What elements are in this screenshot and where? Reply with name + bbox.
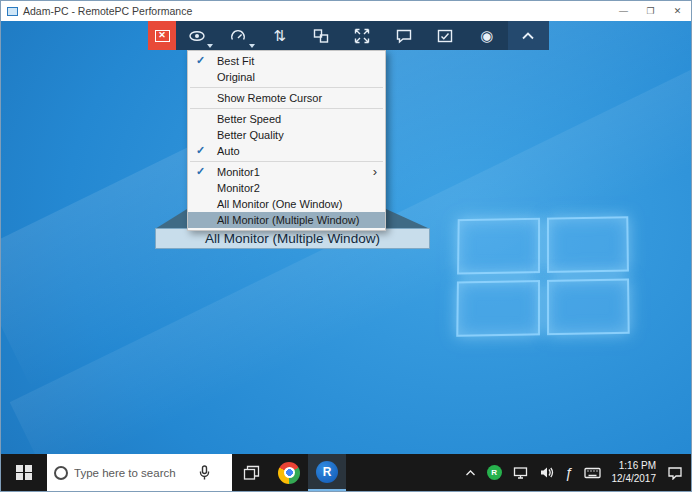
view-options-button[interactable] <box>176 21 217 50</box>
menu-item-label: Show Remote Cursor <box>217 92 322 104</box>
windows-logo-pane <box>547 278 630 335</box>
windows-start-icon <box>16 465 32 481</box>
chevron-up-icon <box>465 469 476 477</box>
clock-date: 12/4/2017 <box>612 473 657 486</box>
network-tray-button[interactable] <box>513 466 528 479</box>
remote-session-window: Adam-PC - RemotePC Performance — ❐ ✕ ✕ <box>0 0 692 492</box>
search-input[interactable] <box>74 467 192 479</box>
action-center-icon <box>667 466 683 480</box>
menu-item-label: Monitor1 <box>217 166 260 178</box>
file-transfer-button[interactable] <box>300 21 341 50</box>
task-view-button[interactable] <box>232 454 270 491</box>
menu-item-label: All Monitor (Multiple Window) <box>217 214 359 226</box>
titlebar: Adam-PC - RemotePC Performance — ❐ ✕ <box>1 1 691 21</box>
taskbar: R R <box>1 454 691 491</box>
app-icon <box>7 7 18 16</box>
file-transfer-icon <box>312 27 330 45</box>
check-icon: ✓ <box>196 54 205 67</box>
remote-toolbar: ✕ ⇅ <box>148 21 549 50</box>
network-icon <box>513 466 528 479</box>
windows-logo-pane <box>456 280 539 337</box>
submenu-arrow-icon: › <box>373 164 377 180</box>
microphone-icon[interactable] <box>198 465 211 480</box>
menu-item-monitor2[interactable]: Monitor2 <box>188 180 385 196</box>
menu-item-best-fit[interactable]: ✓ Best Fit <box>188 53 385 69</box>
close-button[interactable]: ✕ <box>664 1 691 21</box>
remotepc-tray-icon: R <box>487 465 502 480</box>
clock-time: 1:16 PM <box>612 460 657 473</box>
menu-item-auto[interactable]: ✓ Auto <box>188 143 385 159</box>
menu-item-original[interactable]: Original <box>188 69 385 85</box>
remotepc-tray-button[interactable]: R <box>487 465 502 480</box>
taskbar-clock[interactable]: 1:16 PM 12/4/2017 <box>612 460 657 485</box>
record-icon: ◉ <box>480 28 493 43</box>
disconnect-button[interactable]: ✕ <box>148 21 176 50</box>
menu-separator <box>190 108 383 109</box>
menu-item-label: Better Speed <box>217 113 281 125</box>
volume-tray-button[interactable] <box>539 466 554 479</box>
fullscreen-expand-icon <box>353 27 371 45</box>
menu-item-label: Better Quality <box>217 129 284 141</box>
task-view-icon <box>243 465 260 481</box>
maximize-button[interactable]: ❐ <box>637 1 664 21</box>
remote-desktop: ✕ ⇅ <box>1 21 691 491</box>
menu-item-show-remote-cursor[interactable]: Show Remote Cursor <box>188 90 385 106</box>
menu-item-monitor1[interactable]: ✓ Monitor1 › <box>188 164 385 180</box>
speedometer-icon <box>229 27 247 45</box>
minimize-button[interactable]: — <box>610 1 637 21</box>
chat-bubble-icon <box>395 27 413 45</box>
whiteboard-button[interactable] <box>425 21 466 50</box>
record-button[interactable]: ◉ <box>466 21 507 50</box>
disconnect-icon: ✕ <box>155 30 170 42</box>
system-tray: R ƒ <box>465 460 691 485</box>
dropdown-caret-icon <box>249 44 255 48</box>
collapse-toolbar-button[interactable] <box>508 21 549 50</box>
fullscreen-button[interactable] <box>342 21 383 50</box>
performance-button[interactable] <box>217 21 258 50</box>
menu-separator <box>190 161 383 162</box>
window-controls: — ❐ ✕ <box>610 1 691 21</box>
chevron-up-icon <box>519 27 537 45</box>
remotepc-taskbar-button[interactable]: R <box>308 454 346 491</box>
view-options-menu: ✓ Best Fit Original Show Remote Cursor B… <box>187 50 386 231</box>
menu-item-better-speed[interactable]: Better Speed <box>188 111 385 127</box>
menu-item-label: Original <box>217 71 255 83</box>
menu-item-label: Monitor2 <box>217 182 260 194</box>
touch-keyboard-button[interactable] <box>584 467 601 479</box>
pen-icon: ƒ <box>565 465 573 481</box>
check-icon: ✓ <box>196 144 205 157</box>
whiteboard-check-icon <box>436 27 454 45</box>
cortana-icon <box>54 466 68 480</box>
sync-arrows-icon: ⇅ <box>273 28 286 43</box>
pen-tray-button[interactable]: ƒ <box>565 465 573 481</box>
windows-logo-pane <box>457 218 540 274</box>
menu-item-better-quality[interactable]: Better Quality <box>188 127 385 143</box>
windows-logo-pane <box>546 216 628 272</box>
keyboard-icon <box>584 467 601 479</box>
start-button[interactable] <box>1 454 47 491</box>
dropdown-caret-icon <box>207 44 213 48</box>
speaker-icon <box>539 466 554 479</box>
menu-item-label: All Monitor (One Window) <box>217 198 342 210</box>
menu-item-all-monitor-one-window[interactable]: All Monitor (One Window) <box>188 196 385 212</box>
taskbar-search[interactable] <box>47 454 232 491</box>
menu-item-label: Best Fit <box>217 55 254 67</box>
menu-item-all-monitor-multiple-window[interactable]: All Monitor (Multiple Window) <box>188 212 385 228</box>
sync-button[interactable]: ⇅ <box>259 21 300 50</box>
eye-icon <box>188 27 206 45</box>
chat-button[interactable] <box>383 21 424 50</box>
menu-item-label: Auto <box>217 145 240 157</box>
check-icon: ✓ <box>196 165 205 178</box>
chrome-taskbar-button[interactable] <box>270 454 308 491</box>
action-center-button[interactable] <box>667 466 683 480</box>
magnified-menu-item-preview: All Monitor (Multiple Window) <box>155 228 430 249</box>
chrome-icon <box>278 462 300 484</box>
window-title: Adam-PC - RemotePC Performance <box>23 5 610 17</box>
windows-logo <box>456 216 629 337</box>
tray-expand-button[interactable] <box>465 469 476 477</box>
remotepc-icon: R <box>316 461 338 483</box>
menu-separator <box>190 87 383 88</box>
